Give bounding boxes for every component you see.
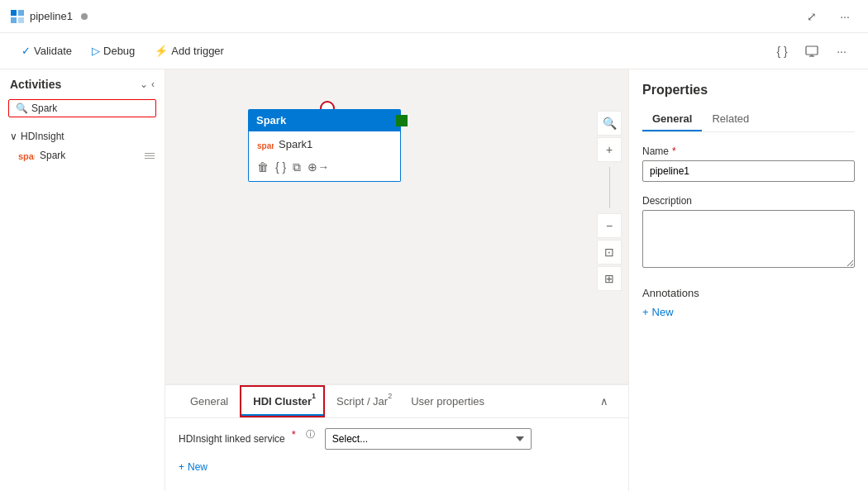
debug-label: Debug [103,45,135,57]
toolbar: ✓ Validate ▷ Debug ⚡ Add trigger { } ··· [0,33,868,69]
activity-content: spark Spark1 [257,138,392,150]
spark-node-icon: spark [257,139,274,150]
props-tab-related[interactable]: Related [702,107,759,131]
script-jar-tab-label: Script / Jar [336,395,388,408]
chevron-down-icon[interactable]: ⌄ [140,79,148,90]
sidebar-header: Activities ⌄ ‹ [0,69,165,96]
hdinsight-group: ∨ HDInsight spark Spark [0,124,165,169]
group-label: HDInsight [21,131,64,142]
plus-icon: + [179,461,184,473]
bottom-panel: General HDI Cluster 1 Script / Jar 2 Use… [165,384,628,491]
svg-rect-3 [18,17,24,23]
debug-button[interactable]: ▷ Debug [83,40,143,62]
canvas[interactable]: Spark spark Spark1 🗑 { } [165,69,628,384]
svg-text:spark: spark [257,141,274,150]
add-annotation-button[interactable]: + New [642,306,674,318]
hdi-cluster-badge: 1 [312,392,316,400]
search-input[interactable] [31,102,149,114]
svg-text:spark: spark [18,151,35,161]
code-view-icon[interactable]: { } [275,160,286,174]
svg-rect-4 [806,46,818,55]
pipeline-title: pipeline1 [30,10,73,22]
hdinsight-linked-service-select[interactable]: Select... [325,428,532,450]
tab-script-jar[interactable]: Script / Jar 2 [325,387,399,416]
more-icon[interactable]: ··· [828,38,855,64]
main-area: Activities ⌄ ‹ 🔍 ∨ HDInsight spark Spar [0,69,868,491]
drag-handle [145,153,155,159]
activity-title: Spark [256,114,286,126]
topbar: pipeline1 ⤢ ··· [0,0,868,33]
zoom-separator [597,164,622,212]
properties-tabs: General Related [642,107,855,132]
name-field: Name * [642,145,855,182]
props-tab-general[interactable]: General [642,107,702,131]
new-linked-service-button[interactable]: + New [179,458,207,476]
description-label-text: Description [642,195,692,207]
spark-icon: spark [18,150,35,161]
bottom-content: HDInsight linked service * ⓘ Select... +… [165,418,628,486]
sidebar-item-spark[interactable]: spark Spark [0,145,165,165]
name-required-marker: * [672,145,676,157]
center-area: Spark spark Spark1 🗑 { } [165,69,628,491]
info-icon[interactable]: ⓘ [306,428,315,441]
monitor-icon[interactable] [799,38,825,64]
user-properties-tab-label: User properties [411,395,484,408]
activity-body: spark Spark1 🗑 { } ⧉ ⊕→ [248,131,401,182]
tab-hdi-cluster[interactable]: HDI Cluster 1 [240,385,325,417]
annotations-label: Annotations [642,287,855,299]
delete-icon[interactable]: 🗑 [257,160,269,174]
search-box: 🔍 [8,99,156,117]
toolbar-right: { } ··· [769,38,855,64]
activity-actions: 🗑 { } ⧉ ⊕→ [257,157,392,174]
svg-rect-0 [11,10,17,16]
spark-label: Spark [40,150,65,161]
script-jar-badge: 2 [388,392,392,400]
tab-user-properties[interactable]: User properties [399,387,496,416]
more-options-icon[interactable]: ··· [832,3,858,30]
code-icon[interactable]: { } [769,38,795,64]
hdinsight-linked-service-label: HDInsight linked service [179,428,285,445]
validate-label: Validate [34,45,72,57]
app-logo: pipeline1 [10,9,88,24]
lightning-icon: ⚡ [155,45,168,57]
new-annotation-label: New [652,306,674,318]
sidebar-title: Activities [10,78,61,91]
name-input[interactable] [642,160,855,182]
fit-view-icon[interactable]: ⊡ [597,240,622,265]
sidebar-controls: ⌄ ‹ [140,79,155,90]
required-marker: * [292,428,296,441]
hdinsight-group-header[interactable]: ∨ HDInsight [0,127,165,145]
plus-annotation-icon: + [642,306,649,318]
chevron-down-icon: ∨ [10,131,17,142]
link-icon[interactable]: ⊕→ [308,160,329,174]
zoom-out-icon[interactable]: − [597,213,622,238]
zoom-in-icon[interactable]: + [597,137,622,162]
add-trigger-button[interactable]: ⚡ Add trigger [146,40,232,62]
unsaved-indicator [81,13,88,20]
tab-general[interactable]: General [179,387,240,416]
search-canvas-icon[interactable]: 🔍 [597,111,622,136]
activity-header: Spark [248,109,401,131]
name-label: Name * [642,145,855,157]
validate-button[interactable]: ✓ Validate [13,40,80,62]
resize-icon[interactable]: ⤢ [799,3,825,30]
collapse-panel-icon[interactable]: ∧ [594,389,615,414]
svg-rect-1 [18,10,24,16]
description-textarea[interactable] [642,210,855,268]
spark-activity-node[interactable]: Spark spark Spark1 🗑 { } [248,109,401,182]
chevron-left-icon[interactable]: ‹ [151,79,155,90]
hdinsight-linked-service-row: HDInsight linked service * ⓘ Select... [179,428,615,450]
search-icon: 🔍 [16,102,28,114]
checkmark-icon: ✓ [21,45,31,57]
hdi-cluster-tab-label: HDI Cluster [253,395,312,408]
grid-icon[interactable]: ⊞ [597,266,622,291]
activity-name: Spark1 [279,138,312,150]
connection-handle[interactable] [396,115,408,126]
props-related-label: Related [712,112,749,125]
copy-icon[interactable]: ⧉ [293,160,301,174]
description-label: Description [642,195,855,207]
canvas-toolbar: 🔍 + − ⊡ ⊞ [597,111,622,291]
general-tab-label: General [190,395,228,408]
bottom-tabs: General HDI Cluster 1 Script / Jar 2 Use… [165,385,628,418]
properties-title: Properties [642,83,855,98]
